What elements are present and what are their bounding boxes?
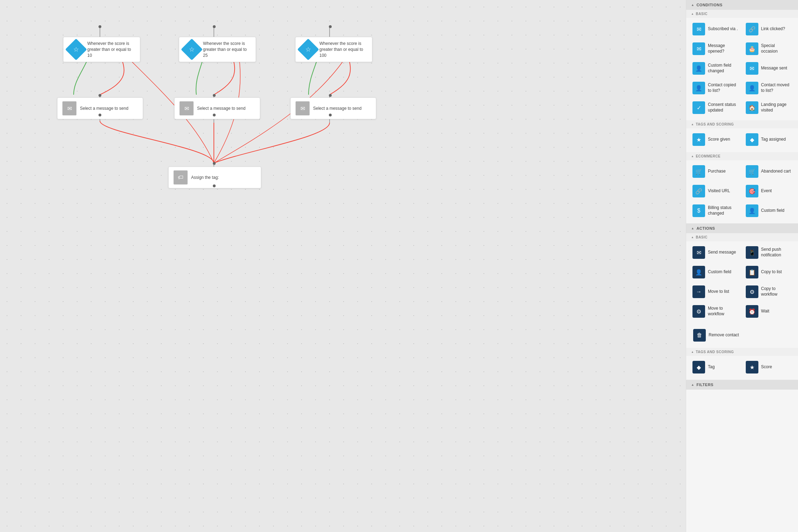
- sidebar-item-contact-moved[interactable]: 👤 Contact moved to list?: [743, 79, 795, 97]
- tag-action-icon: ◆: [692, 361, 705, 373]
- sidebar-item-custom-field-action[interactable]: 👤 Custom field: [690, 263, 742, 281]
- sidebar-item-copy-to-workflow[interactable]: ⚙ Copy to workflow: [743, 283, 795, 301]
- message-node-3[interactable]: ✉ Select a message to send: [290, 97, 376, 119]
- conditions-ecommerce-grid: 🛒 Purchase 🛒 Abandoned cart 🔗 Visited UR…: [686, 160, 798, 223]
- conditions-ecommerce-label: ECOMMERCE: [696, 154, 721, 158]
- sidebar-item-custom-field-ecommerce[interactable]: 👤 Custom field: [743, 202, 795, 220]
- message-node-2[interactable]: ✉ Select a message to send: [174, 97, 260, 119]
- move-to-list-label: Move to list: [708, 289, 729, 295]
- special-occasion-label: Special occasion: [761, 43, 792, 54]
- visited-url-icon: 🔗: [692, 185, 705, 197]
- node1-bottom-dot: [99, 94, 101, 97]
- abandoned-cart-icon: 🛒: [746, 165, 758, 178]
- sidebar-item-move-to-workflow[interactable]: ⚙ Move to workflow: [690, 302, 742, 321]
- sidebar-item-send-message[interactable]: ✉ Send message: [690, 243, 742, 262]
- copy-to-list-label: Copy to list: [761, 269, 782, 275]
- actions-header[interactable]: ▲ ACTIONS: [686, 223, 798, 233]
- send-push-label: Send push notification: [761, 247, 792, 258]
- actions-tags-arrow: ▲: [691, 350, 694, 353]
- tag-bottom-dot: [213, 184, 216, 187]
- contact-copied-label: Contact copied to list?: [708, 82, 739, 93]
- subscribed-via-label: Subscribed via .: [708, 26, 738, 32]
- remove-contact-icon: 🗑: [693, 329, 706, 342]
- actions-basic-arrow: ▲: [691, 236, 694, 239]
- custom-field-ecommerce-icon: 👤: [746, 204, 758, 217]
- sidebar-item-visited-url[interactable]: 🔗 Visited URL: [690, 182, 742, 200]
- conditions-tags-header[interactable]: ▲ TAGS AND SCORING: [686, 120, 798, 128]
- move-to-list-icon: →: [692, 285, 705, 298]
- copy-to-workflow-label: Copy to workflow: [761, 286, 792, 297]
- sidebar-item-message-sent[interactable]: ✉ Message sent: [743, 59, 795, 78]
- condition-node-3[interactable]: ☆ Whenever the score is greater than or …: [295, 37, 372, 62]
- sidebar-item-remove-contact[interactable]: 🗑 Remove contact: [690, 326, 743, 344]
- conditions-tags-label: TAGS AND SCORING: [696, 122, 734, 126]
- conditions-ecommerce-arrow: ▲: [691, 155, 694, 158]
- remove-contact-label: Remove contact: [709, 332, 739, 338]
- actions-basic-label: BASIC: [696, 235, 708, 239]
- msg2-bottom-dot: [213, 114, 216, 116]
- sidebar-item-landing-page[interactable]: 🏠 Landing page visited: [743, 99, 795, 117]
- message-icon-2: ✉: [180, 101, 194, 115]
- actions-tags-header[interactable]: ▲ TAGS AND SCORING: [686, 348, 798, 356]
- sidebar-item-abandoned-cart[interactable]: 🛒 Abandoned cart: [743, 162, 795, 181]
- sidebar-item-wait[interactable]: ⏰ Wait: [743, 302, 795, 321]
- conditions-tags-grid: ★ Score given ◆ Tag assigned: [686, 128, 798, 152]
- sidebar-item-consent-status[interactable]: ✓ Consent status updated: [690, 99, 742, 117]
- event-label: Event: [761, 188, 772, 194]
- sidebar-item-tag-assigned[interactable]: ◆ Tag assigned: [743, 130, 795, 149]
- sidebar-item-custom-field-changed[interactable]: 👤 Custom field changed: [690, 59, 742, 78]
- score-given-icon: ★: [692, 133, 705, 146]
- conditions-basic-grid: ✉ Subscribed via . 🔗 Link clicked? ✉ Mes…: [686, 18, 798, 120]
- billing-status-icon: $: [692, 204, 705, 217]
- sidebar-item-link-clicked[interactable]: 🔗 Link clicked?: [743, 20, 795, 38]
- sidebar-item-purchase[interactable]: 🛒 Purchase: [690, 162, 742, 181]
- conditions-label: CONDITIONS: [696, 3, 722, 7]
- filters-header[interactable]: ▲ FILTERS: [686, 380, 798, 390]
- sidebar-item-score-given[interactable]: ★ Score given: [690, 130, 742, 149]
- condition-icon-3: ☆: [297, 39, 319, 60]
- move-to-workflow-label: Move to workflow: [708, 306, 739, 317]
- conditions-ecommerce-header[interactable]: ▲ ECOMMERCE: [686, 152, 798, 160]
- tag-icon: 🏷: [174, 170, 188, 184]
- msg1-bottom-dot: [99, 114, 101, 116]
- custom-field-action-icon: 👤: [692, 266, 705, 278]
- sidebar-item-subscribed-via[interactable]: ✉ Subscribed via .: [690, 20, 742, 38]
- sidebar-item-contact-copied[interactable]: 👤 Contact copied to list?: [690, 79, 742, 97]
- conditions-basic-header[interactable]: ▲ BASIC: [686, 10, 798, 18]
- conditions-basic-arrow: ▲: [691, 12, 694, 15]
- copy-to-list-icon: 📋: [746, 266, 758, 278]
- conditions-arrow: ▲: [691, 3, 694, 7]
- conditions-tags-arrow: ▲: [691, 123, 694, 126]
- message-sent-label: Message sent: [761, 66, 787, 71]
- purchase-label: Purchase: [708, 169, 726, 174]
- message-icon-1: ✉: [62, 101, 76, 115]
- conditions-header[interactable]: ▲ CONDITIONS: [686, 0, 798, 10]
- visited-url-label: Visited URL: [708, 188, 730, 194]
- condition-node-2[interactable]: ☆ Whenever the score is greater than or …: [179, 37, 256, 62]
- sidebar: ▲ CONDITIONS ▲ BASIC ✉ Subscribed via . …: [686, 0, 798, 532]
- move-to-workflow-icon: ⚙: [692, 305, 705, 318]
- actions-basic-header[interactable]: ▲ BASIC: [686, 233, 798, 241]
- conditions-basic-label: BASIC: [696, 12, 708, 16]
- sidebar-item-score-action[interactable]: ★ Score: [743, 358, 795, 376]
- link-clicked-label: Link clicked?: [761, 26, 785, 32]
- sidebar-item-message-opened[interactable]: ✉ Message opened?: [690, 40, 742, 58]
- landing-page-label: Landing page visited: [761, 102, 792, 113]
- sidebar-item-copy-to-list[interactable]: 📋 Copy to list: [743, 263, 795, 281]
- sidebar-item-billing-status[interactable]: $ Billing status changed: [690, 202, 742, 220]
- actions-label: ACTIONS: [696, 226, 715, 230]
- condition-text-2: Whenever the score is greater than or eq…: [203, 41, 251, 58]
- sidebar-item-move-to-list[interactable]: → Move to list: [690, 283, 742, 301]
- sidebar-item-send-push[interactable]: 📱 Send push notification: [743, 243, 795, 262]
- score-action-label: Score: [761, 364, 772, 370]
- node1-top-dot: [99, 25, 101, 28]
- sidebar-item-event[interactable]: 🎯 Event: [743, 182, 795, 200]
- node2-top-dot: [213, 25, 216, 28]
- condition-node-1[interactable]: ☆ Whenever the score is greater than or …: [63, 37, 140, 62]
- sidebar-item-tag-action[interactable]: ◆ Tag: [690, 358, 742, 376]
- subscribed-via-icon: ✉: [692, 23, 705, 35]
- workflow-canvas[interactable]: ☆ Whenever the score is greater than or …: [0, 0, 686, 532]
- sidebar-item-special-occasion[interactable]: 🎂 Special occasion: [743, 40, 795, 58]
- custom-field-changed-label: Custom field changed: [708, 63, 739, 74]
- actions-tags-label: TAGS AND SCORING: [696, 350, 734, 354]
